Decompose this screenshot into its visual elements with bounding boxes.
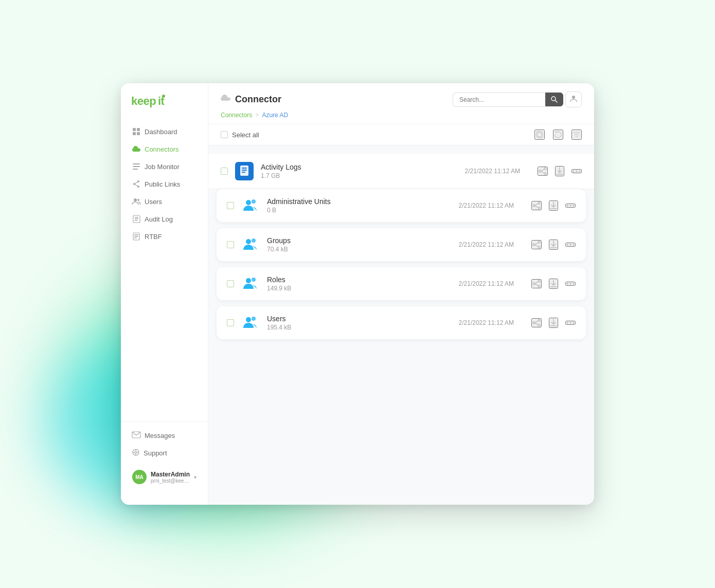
svg-point-64 xyxy=(570,205,571,207)
sidebar-item-audit-log[interactable]: Audit Log xyxy=(127,211,202,227)
svg-line-72 xyxy=(535,245,538,247)
file-item-roles: Roles 149.9 kB 2/21/2022 11:12 AM xyxy=(217,267,586,300)
file-icon-groups xyxy=(241,235,260,254)
list-icon xyxy=(132,162,140,171)
svg-line-48 xyxy=(541,171,544,173)
more-button-groups[interactable] xyxy=(565,243,576,247)
sidebar-item-job-monitor[interactable]: Job Monitor xyxy=(127,158,202,175)
download-button-groups[interactable] xyxy=(549,240,558,250)
share-button-groups[interactable] xyxy=(531,240,542,249)
file-name-groups: Groups xyxy=(267,236,452,245)
log-icon xyxy=(239,166,249,177)
more-button-activity-logs[interactable] xyxy=(571,169,582,173)
more-button-users[interactable] xyxy=(565,321,576,325)
restore-button[interactable] xyxy=(553,130,563,140)
sidebar-bottom: Messages Support MA xyxy=(121,421,208,494)
search-input[interactable] xyxy=(453,93,545,107)
svg-point-34 xyxy=(572,96,575,99)
select-all-checkbox[interactable] xyxy=(221,131,228,138)
svg-point-46 xyxy=(539,170,541,172)
search-button[interactable] xyxy=(545,93,563,106)
sidebar-item-public-links[interactable]: Public Links xyxy=(127,176,202,192)
more-button-administrative-units[interactable] xyxy=(565,204,576,208)
copy-icon xyxy=(535,131,544,139)
roles-icon xyxy=(241,274,260,293)
chevron-down-icon: ▾ xyxy=(194,474,196,480)
share-button-activity-logs[interactable] xyxy=(538,167,548,176)
user-email: prni_test@keepitps.com xyxy=(151,478,190,484)
file-size-groups: 70.4 kB xyxy=(267,246,452,253)
svg-line-47 xyxy=(541,169,544,171)
svg-point-100 xyxy=(570,322,571,324)
file-checkbox-activity-logs[interactable] xyxy=(221,168,228,175)
share-icon xyxy=(532,241,541,248)
svg-point-53 xyxy=(579,171,581,172)
file-checkbox-administrative-units[interactable] xyxy=(227,202,234,209)
user-section[interactable]: MA MasterAdmin prni_test@keepitps.com ▾ xyxy=(127,466,202,488)
more-icon xyxy=(566,205,575,207)
share-icon xyxy=(132,180,140,188)
sidebar-item-dashboard[interactable]: Dashboard xyxy=(127,123,202,140)
share-button-roles[interactable] xyxy=(531,279,542,288)
svg-point-82 xyxy=(533,283,535,285)
download-icon xyxy=(556,167,563,175)
more-button-roles[interactable] xyxy=(565,282,576,286)
svg-line-13 xyxy=(134,181,138,184)
svg-point-101 xyxy=(573,322,575,324)
cloud-icon xyxy=(132,145,140,153)
sidebar-item-label-rtbf: RTBF xyxy=(145,233,162,241)
svg-rect-6 xyxy=(137,132,140,135)
file-size-administrative-units: 0 B xyxy=(267,207,452,214)
svg-point-75 xyxy=(567,244,568,246)
copy-button[interactable] xyxy=(534,130,545,140)
svg-rect-42 xyxy=(242,170,247,171)
download-button-users[interactable] xyxy=(549,318,558,328)
share-button-administrative-units[interactable] xyxy=(531,201,542,210)
download-button-administrative-units[interactable] xyxy=(549,200,558,211)
svg-point-63 xyxy=(567,205,568,207)
svg-point-90 xyxy=(246,317,251,322)
share-button-users[interactable] xyxy=(531,318,542,327)
svg-line-60 xyxy=(535,206,538,208)
file-name-administrative-units: Administrative Units xyxy=(267,197,452,206)
file-icon-administrative-units xyxy=(241,196,260,215)
svg-line-14 xyxy=(134,184,138,187)
file-actions-groups xyxy=(531,240,576,250)
svg-rect-43 xyxy=(242,172,245,173)
breadcrumb-connectors[interactable]: Connectors xyxy=(221,112,252,119)
sidebar-item-rtbf[interactable]: RTBF xyxy=(127,228,202,245)
sidebar-item-connectors[interactable]: Connectors xyxy=(127,141,202,157)
svg-rect-5 xyxy=(133,132,136,135)
select-all-area: Select all xyxy=(221,131,259,139)
header-title-area: Connector xyxy=(221,94,281,105)
svg-point-67 xyxy=(252,238,256,243)
file-actions-activity-logs xyxy=(538,166,582,176)
svg-rect-24 xyxy=(134,237,137,238)
file-checkbox-roles[interactable] xyxy=(227,280,234,287)
download-button-roles[interactable] xyxy=(549,279,558,289)
file-date-activity-logs: 2/21/2022 11:12 AM xyxy=(465,168,520,175)
search-icon xyxy=(551,96,558,103)
file-info-administrative-units: Administrative Units 0 B xyxy=(267,197,452,214)
sidebar-item-messages[interactable]: Messages xyxy=(127,428,202,444)
share-icon xyxy=(539,168,547,175)
svg-point-15 xyxy=(134,198,137,201)
page-title: Connector xyxy=(235,94,281,105)
profile-button[interactable] xyxy=(565,91,582,107)
sidebar-item-support[interactable]: Support xyxy=(127,445,202,462)
file-checkbox-users[interactable] xyxy=(227,319,234,326)
svg-point-69 xyxy=(538,246,540,248)
sidebar-item-users[interactable]: Users xyxy=(127,193,202,210)
svg-rect-22 xyxy=(134,234,138,235)
svg-rect-19 xyxy=(135,218,138,219)
rtbf-icon xyxy=(132,232,140,241)
users-icon xyxy=(132,197,140,206)
svg-point-78 xyxy=(246,278,251,283)
file-size-activity-logs: 1.7 GB xyxy=(261,172,458,179)
svg-point-80 xyxy=(538,280,540,282)
file-checkbox-groups[interactable] xyxy=(227,241,234,248)
file-item-groups: Groups 70.4 kB 2/21/2022 11:12 AM xyxy=(217,228,586,261)
download-button-activity-logs[interactable] xyxy=(555,166,564,176)
svg-line-83 xyxy=(535,282,538,284)
filter-button[interactable] xyxy=(571,130,582,140)
